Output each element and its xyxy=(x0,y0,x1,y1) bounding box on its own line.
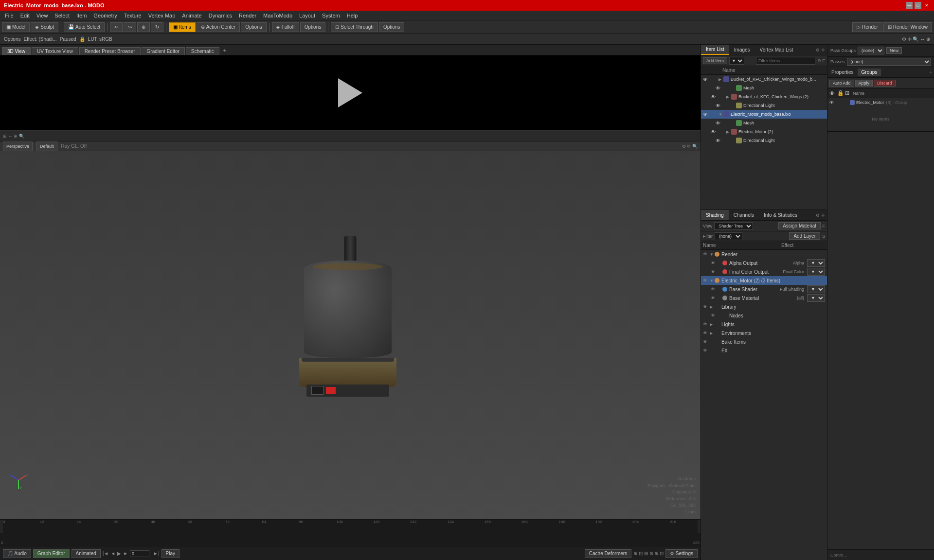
tab-groups[interactable]: Groups xyxy=(858,69,881,76)
close-button[interactable]: ✕ xyxy=(923,2,930,9)
tree-item-dirlight1[interactable]: 👁 Directional Light xyxy=(701,101,827,110)
shading-item-electric-motor[interactable]: 👁 ▼ Electric_Motor (2) (3 Items) xyxy=(701,276,827,285)
arrow-environments[interactable]: ▶ xyxy=(710,331,715,335)
arrow-render[interactable]: ▼ xyxy=(710,252,715,257)
render-button[interactable]: ▷ Render xyxy=(852,22,882,32)
tab-uv[interactable]: UV Texture View xyxy=(32,47,78,55)
audio-button[interactable]: 🎵 Audio xyxy=(3,549,31,558)
maximize-button[interactable]: □ xyxy=(915,2,921,9)
arrow-lights[interactable]: ▶ xyxy=(710,322,715,327)
step-forward-icon[interactable]: ► xyxy=(123,551,128,556)
new-pass-button[interactable]: New xyxy=(886,47,902,54)
tree-item-motor-root[interactable]: 👁 ▼ Electric_Motor_modo_base.lxo xyxy=(701,110,827,119)
menu-texture[interactable]: Texture xyxy=(121,11,144,20)
shader-tree-dropdown[interactable]: Shader Tree xyxy=(714,222,753,230)
arrow-library[interactable]: ▶ xyxy=(710,305,715,309)
sculpt-button[interactable]: ◈ Sculpt xyxy=(31,22,58,32)
redo-button[interactable]: ↪ xyxy=(124,22,136,32)
add-item-dropdown[interactable]: ▼ xyxy=(729,57,744,65)
arrow-electric-motor[interactable]: ▼ xyxy=(710,279,715,283)
action-center-button[interactable]: ⊛ Action Center xyxy=(197,22,240,32)
options2-button[interactable]: Options xyxy=(300,22,325,32)
auto-add-button[interactable]: Auto Add xyxy=(829,80,854,87)
tab-vertex-map[interactable]: Vertex Map List xyxy=(755,45,798,55)
select-through-button[interactable]: ⊡ Select Through xyxy=(331,22,378,32)
filter-items-input[interactable] xyxy=(756,57,815,65)
play-button[interactable] xyxy=(338,78,362,107)
final-color-effect-dropdown[interactable]: ▼ xyxy=(807,268,825,276)
tab-render-preset[interactable]: Render Preset Browser xyxy=(79,47,141,55)
play-pause-icon[interactable]: ▶ xyxy=(117,551,121,556)
tab-3dview[interactable]: 3D View xyxy=(2,47,31,55)
tab-properties[interactable]: Properties xyxy=(827,69,858,76)
menu-view[interactable]: View xyxy=(34,11,51,20)
arrow-bucket-group[interactable]: ▶ xyxy=(726,95,731,99)
shading-mode-button[interactable]: Default xyxy=(36,141,57,151)
shading-item-environments[interactable]: 👁 ▶ Environments xyxy=(701,329,827,337)
menu-layout[interactable]: Layout xyxy=(296,11,318,20)
options3-button[interactable]: Options xyxy=(379,22,404,32)
tree-item-bucket-group[interactable]: 👁 ▶ Bucket_of_KFC_Chicken_Wings (2) xyxy=(701,92,827,101)
shading-item-alpha[interactable]: 👁 Alpha Output Alpha ▼ xyxy=(701,259,827,267)
tree-item-mesh1[interactable]: 👁 Mesh xyxy=(701,84,827,92)
group-item-motor[interactable]: 👁 Electric_Motor (3) : Group xyxy=(827,98,934,107)
rotate-button[interactable]: ↻ xyxy=(151,22,163,32)
frame-input[interactable] xyxy=(130,550,149,557)
base-material-effect-dropdown[interactable]: ▼ xyxy=(807,294,825,302)
menu-geometry[interactable]: Geometry xyxy=(90,11,120,20)
tab-item-list[interactable]: Item List xyxy=(701,45,729,55)
render-window-button[interactable]: ⊞ Render Window xyxy=(883,22,932,32)
shading-item-base-shader[interactable]: 👁 Base Shader Full Shading ▼ xyxy=(701,285,827,294)
tree-item-bucket-root[interactable]: 👁 ▶ Bucket_of_KFC_Chicken_Wings_modo_b..… xyxy=(701,75,827,84)
shading-item-library[interactable]: 👁 ▶ Library xyxy=(701,302,827,311)
menu-file[interactable]: File xyxy=(2,11,17,20)
apply-button[interactable]: Apply xyxy=(855,80,873,87)
menu-dynamics[interactable]: Dynamics xyxy=(206,11,235,20)
menu-vertexmap[interactable]: Vertex Map xyxy=(145,11,179,20)
timeline-ruler[interactable]: 0 12 24 36 48 60 72 84 96 108 120 132 xyxy=(3,520,698,533)
properties-plus-icon[interactable]: + xyxy=(928,70,934,75)
pass-groups-dropdown[interactable]: (none) xyxy=(858,47,884,54)
tree-item-motor-group[interactable]: 👁 ▶ Electric_Motor (2) xyxy=(701,127,827,136)
menu-maxtomodo[interactable]: MaxToModo xyxy=(260,11,295,20)
tree-item-dirlight2[interactable]: 👁 Directional Light xyxy=(701,136,827,145)
arrow-bucket[interactable]: ▶ xyxy=(718,77,723,82)
timeline-bar[interactable]: 0 225 xyxy=(0,533,700,547)
perspective-button[interactable]: Perspective xyxy=(3,141,33,151)
viewport-canvas[interactable]: X Z Y No Items Polygons : Catmull-Clark … xyxy=(0,151,700,519)
tab-gradient[interactable]: Gradient Editor xyxy=(142,47,185,55)
menu-animate[interactable]: Animate xyxy=(179,11,204,20)
passes-dropdown[interactable]: (none) xyxy=(847,58,931,66)
menu-edit[interactable]: Edit xyxy=(18,11,33,20)
menu-item[interactable]: Item xyxy=(73,11,90,20)
options1-button[interactable]: Options xyxy=(241,22,266,32)
model-button[interactable]: ▣ Model xyxy=(2,22,30,32)
filter-dropdown[interactable]: (none) xyxy=(715,232,742,240)
prev-keyframe-icon[interactable]: |◄ xyxy=(103,551,109,556)
transform-button[interactable]: ⊕ xyxy=(137,22,150,32)
tab-info-statistics[interactable]: Info & Statistics xyxy=(759,210,802,220)
tree-item-motor-mesh[interactable]: 👁 Mesh xyxy=(701,119,827,127)
menu-help[interactable]: Help xyxy=(344,11,361,20)
minimize-button[interactable]: — xyxy=(906,2,913,9)
tab-schematic[interactable]: Schematic xyxy=(186,47,219,55)
graph-editor-button[interactable]: Graph Editor xyxy=(33,549,70,558)
shading-item-final-color[interactable]: 👁 Final Color Output Final Color ▼ xyxy=(701,267,827,276)
add-item-button[interactable]: Add Item xyxy=(703,57,727,64)
step-back-icon[interactable]: ◄ xyxy=(110,551,115,556)
shading-item-nodes[interactable]: 👁 Nodes xyxy=(701,311,827,320)
arrow-motor-group[interactable]: ▶ xyxy=(726,130,731,134)
shading-item-render[interactable]: 👁 ▼ Render xyxy=(701,250,827,259)
tab-shading[interactable]: Shading xyxy=(701,210,729,220)
tab-channels[interactable]: Channels xyxy=(729,210,759,220)
settings-button[interactable]: ⚙ Settings xyxy=(665,549,698,558)
base-shader-effect-dropdown[interactable]: ▼ xyxy=(807,285,825,293)
animated-button[interactable]: Animated xyxy=(72,549,101,558)
play-button[interactable]: Play xyxy=(162,549,180,558)
items-button[interactable]: ▣ Items xyxy=(169,22,195,32)
shading-item-fx[interactable]: 👁 FX xyxy=(701,346,827,355)
menu-select[interactable]: Select xyxy=(52,11,72,20)
falloff-button[interactable]: ◈ Falloff xyxy=(272,22,299,32)
undo-button[interactable]: ↩ xyxy=(110,22,123,32)
arrow-motor-root[interactable]: ▼ xyxy=(718,112,723,117)
